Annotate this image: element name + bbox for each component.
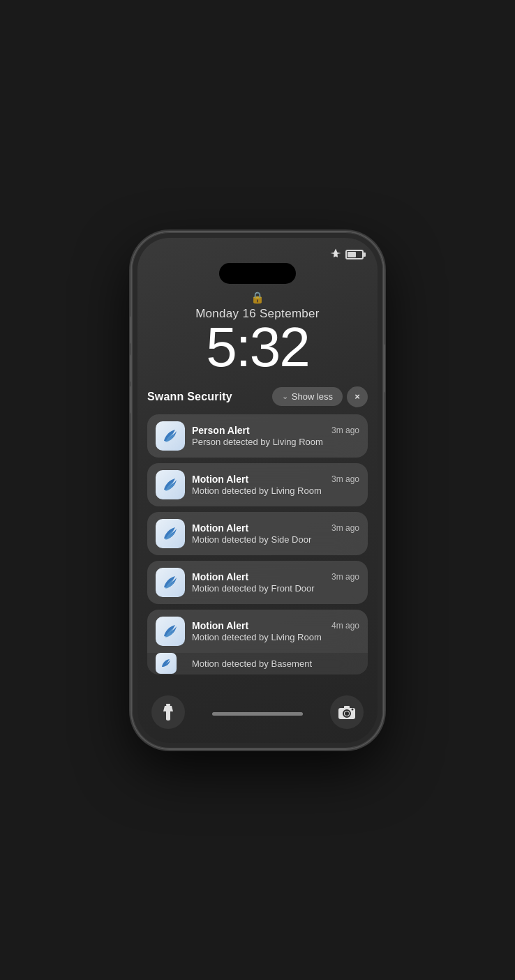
notification-time-1: 3m ago	[331, 474, 359, 484]
show-less-button[interactable]: ⌄ Show less	[272, 387, 343, 406]
notification-partial-body: Motion detected by Basement	[192, 658, 312, 669]
notification-title-4: Motion Alert	[192, 620, 248, 631]
notification-body-0: Person detected by Living Room	[192, 437, 359, 447]
notification-content-4: Motion Alert 4m ago Motion detected by L…	[192, 620, 359, 642]
notification-title-2: Motion Alert	[192, 522, 248, 534]
show-less-label: Show less	[292, 391, 333, 402]
dynamic-island	[219, 263, 296, 284]
bottom-controls-area	[137, 684, 378, 743]
notifications-area: Swann Security ⌄ Show less ×	[137, 375, 378, 684]
svg-point-5	[352, 708, 354, 710]
home-indicator-area	[212, 708, 303, 716]
notification-title-0: Person Alert	[192, 425, 250, 436]
notification-body-2: Motion detected by Side Door	[192, 534, 359, 545]
time-display: 5:32	[151, 319, 364, 375]
app-icon-4	[156, 617, 185, 646]
notification-header: Swann Security ⌄ Show less ×	[147, 386, 368, 407]
home-indicator[interactable]	[212, 712, 303, 716]
close-button[interactable]: ×	[347, 386, 368, 407]
notification-content-2: Motion Alert 3m ago Motion detected by S…	[192, 522, 359, 545]
airplane-icon	[330, 248, 341, 261]
notification-time-4: 4m ago	[331, 621, 359, 631]
notification-title-3: Motion Alert	[192, 571, 248, 582]
notification-time-2: 3m ago	[331, 523, 359, 533]
datetime-area: Monday 16 September 5:32	[137, 304, 378, 375]
notification-title-1: Motion Alert	[192, 474, 248, 485]
app-icon-0	[156, 421, 185, 451]
phone-screen: 🔒 Monday 16 September 5:32 Swann Securit…	[137, 238, 378, 743]
lock-area: 🔒	[137, 291, 378, 304]
notification-item-0[interactable]: Person Alert 3m ago Person detected by L…	[147, 414, 368, 458]
app-icon-1	[156, 470, 185, 499]
notification-item-1[interactable]: Motion Alert 3m ago Motion detected by L…	[147, 463, 368, 506]
notification-item-2[interactable]: Motion Alert 3m ago Motion detected by S…	[147, 512, 368, 555]
status-bar	[137, 238, 378, 263]
notification-body-1: Motion detected by Living Room	[192, 485, 359, 496]
notification-content-0: Person Alert 3m ago Person detected by L…	[192, 425, 359, 447]
notification-item-3[interactable]: Motion Alert 3m ago Motion detected by F…	[147, 561, 368, 604]
svg-rect-0	[166, 704, 170, 706]
app-icon-3	[156, 568, 185, 597]
battery-icon	[345, 250, 364, 259]
svg-point-3	[345, 711, 349, 716]
notification-body-3: Motion detected by Front Door	[192, 583, 359, 594]
chevron-down-icon: ⌄	[282, 392, 288, 401]
app-icon-2	[156, 519, 185, 548]
notification-body-4: Motion detected by Living Room	[192, 632, 359, 642]
close-icon: ×	[354, 391, 360, 402]
notification-controls: ⌄ Show less ×	[272, 386, 368, 407]
notification-time-0: 3m ago	[331, 425, 359, 435]
camera-button[interactable]	[330, 695, 364, 729]
notification-content-1: Motion Alert 3m ago Motion detected by L…	[192, 474, 359, 496]
notification-item-4[interactable]: Motion Alert 4m ago Motion detected by L…	[147, 610, 368, 653]
phone-device: 🔒 Monday 16 September 5:32 Swann Securit…	[132, 232, 383, 748]
app-icon-partial	[156, 653, 177, 674]
flashlight-button[interactable]	[151, 695, 185, 729]
notification-partial[interactable]: Motion detected by Basement	[147, 653, 368, 674]
status-icons	[330, 248, 364, 261]
notification-content-3: Motion Alert 3m ago Motion detected by F…	[192, 571, 359, 594]
lock-icon: 🔒	[251, 291, 264, 304]
notification-time-3: 3m ago	[331, 572, 359, 582]
svg-rect-4	[344, 706, 350, 709]
app-name: Swann Security	[147, 391, 232, 403]
